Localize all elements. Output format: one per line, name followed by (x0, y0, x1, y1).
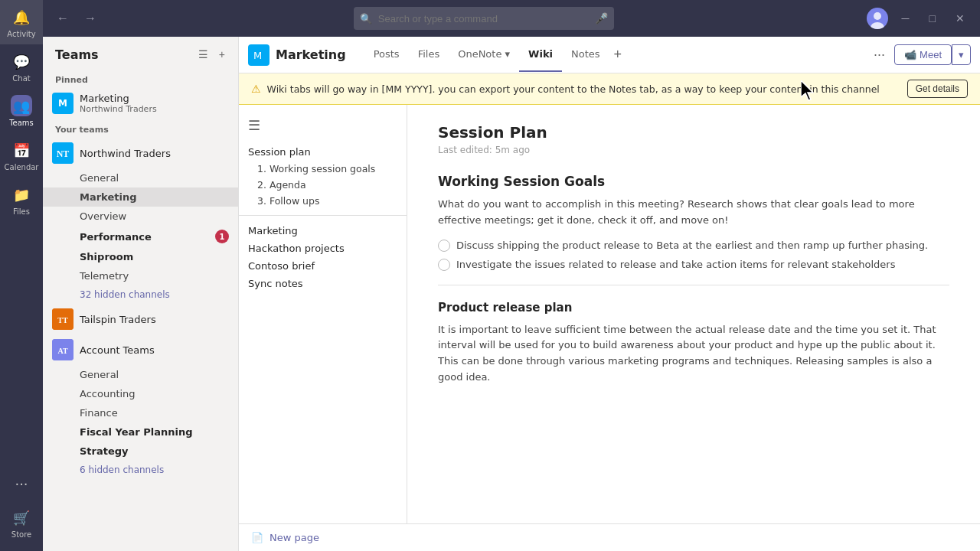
tab-notes[interactable]: Notes (562, 37, 609, 72)
top-bar-right: ─ □ ✕ (867, 8, 971, 29)
meet-button[interactable]: 📹 Meet (894, 44, 952, 65)
toc-section-hackathon[interactable]: Hackathon projects (239, 240, 407, 257)
rail-item-calendar[interactable]: 📅 Calendar (0, 133, 43, 178)
sidebar-header: Teams ☰ + (43, 37, 238, 69)
wiki-checkbox-2: Investigate the issues related to releas… (438, 257, 949, 272)
meet-icon: 📹 (904, 49, 916, 60)
files-icon: 📁 (11, 184, 32, 205)
sidebar-add-team-button[interactable]: + (215, 46, 229, 63)
team-tailspin-name: Tailspin Traders (80, 314, 156, 325)
channel-performance[interactable]: Performance 1 (43, 226, 238, 247)
channel-general[interactable]: General (43, 168, 238, 187)
wiki-product-release-text: It is important to leave sufficient time… (438, 322, 949, 386)
rail-item-teams[interactable]: 👥 Teams (0, 89, 43, 133)
team-northwind[interactable]: NT Northwind Traders ··· (43, 138, 238, 168)
toc-section-contoso[interactable]: Contoso brief (239, 257, 407, 275)
pinned-marketing[interactable]: M Marketing Northwind Traders (43, 88, 238, 119)
toc-item-follow-ups[interactable]: 3. Follow ups (239, 193, 407, 209)
account-hidden-channels[interactable]: 6 hidden channels (43, 461, 238, 479)
tab-posts[interactable]: Posts (364, 37, 409, 72)
team-account-name: Account Teams (80, 344, 155, 356)
checkbox-1[interactable] (438, 240, 450, 252)
more-options-button[interactable]: ··· (869, 44, 890, 66)
pinned-marketing-sub: Northwind Traders (80, 104, 157, 114)
channel-telemetry[interactable]: Telemetry (43, 266, 238, 285)
toc-section-marketing[interactable]: Marketing (239, 222, 407, 240)
mic-icon[interactable]: 🎤 (595, 12, 608, 24)
northwind-hidden-channels[interactable]: 32 hidden channels (43, 285, 238, 304)
rail-item-store[interactable]: 🛒 Store (0, 500, 43, 545)
toc-section-session-plan[interactable]: Session plan (239, 143, 407, 161)
wiki-content: Session Plan Last edited: 5m ago Working… (407, 105, 980, 523)
channel-general2[interactable]: General (43, 365, 238, 384)
rail-label-files: Files (13, 207, 30, 216)
wiki-deprecation-banner: ⚠ Wiki tabs will go way in [MM YYYY]. yo… (239, 73, 980, 105)
tab-bar: Posts Files OneNote ▾ Wiki Notes + (364, 37, 626, 72)
header-actions: ··· 📹 Meet ▾ (869, 44, 971, 66)
team-account-teams-avatar: AT (52, 339, 74, 360)
chat-icon: 💬 (11, 51, 32, 72)
checkbox-2[interactable] (438, 259, 450, 271)
wiki-page-title: Session Plan (438, 123, 949, 142)
pinned-marketing-avatar: M (52, 93, 74, 114)
toc-item-agenda[interactable]: 2. Agenda (239, 177, 407, 193)
toc-item-working-session-goals[interactable]: 1. Working session goals (239, 161, 407, 177)
tab-wiki[interactable]: Wiki (519, 37, 562, 72)
svg-text:NT: NT (57, 148, 70, 159)
channel-accounting[interactable]: Accounting (43, 384, 238, 403)
team-northwind-name: Northwind Traders (80, 148, 171, 159)
channel-finance[interactable]: Finance (43, 403, 238, 422)
channel-shiproom[interactable]: Shiproom (43, 247, 238, 266)
forward-button[interactable]: → (80, 8, 101, 28)
team-account-teams[interactable]: AT Account Teams ··· (43, 334, 238, 365)
rail-item-chat[interactable]: 💬 Chat (0, 44, 43, 89)
pinned-marketing-name: Marketing (80, 93, 157, 104)
northwind-channels: General Marketing Overview Performance 1… (43, 168, 238, 304)
toc-section-sync-notes[interactable]: Sync notes (239, 275, 407, 292)
pinned-label: Pinned (43, 69, 238, 88)
close-button[interactable]: ✕ (949, 9, 971, 28)
content-area: M Marketing Posts Files OneNote ▾ Wiki N… (239, 37, 980, 551)
avatar[interactable] (867, 8, 888, 29)
back-button[interactable]: ← (52, 8, 74, 28)
add-tab-button[interactable]: + (609, 44, 627, 66)
maximize-button[interactable]: □ (923, 9, 942, 28)
checkbox-1-label: Discuss shipping the product release to … (456, 238, 928, 253)
activity-icon: 🔔 (11, 6, 32, 28)
rail-item-files[interactable]: 📁 Files (0, 178, 43, 222)
pinned-marketing-info: Marketing Northwind Traders (80, 93, 157, 114)
svg-text:AT: AT (57, 347, 67, 355)
get-details-button[interactable]: Get details (907, 80, 968, 98)
channel-name: Marketing (276, 47, 346, 62)
meet-dropdown-button[interactable]: ▾ (952, 44, 971, 65)
minimize-button[interactable]: ─ (896, 9, 916, 28)
rail-item-more[interactable]: ··· (0, 467, 43, 500)
wiki-body: ☰ Session plan 1. Working session goals … (239, 105, 980, 523)
search-wrap: 🔍 🎤 (354, 7, 614, 30)
search-input[interactable] (354, 7, 614, 30)
meet-wrap: 📹 Meet ▾ (894, 44, 971, 65)
sidebar-filter-button[interactable]: ☰ (194, 46, 212, 63)
sidebar-title: Teams (55, 47, 99, 62)
channel-overview[interactable]: Overview (43, 207, 238, 226)
toc-menu-button[interactable]: ☰ (239, 114, 270, 137)
channel-marketing[interactable]: Marketing (43, 187, 238, 207)
tab-onenote[interactable]: OneNote ▾ (449, 37, 519, 72)
rail-label-activity: Activity (7, 30, 35, 38)
tab-files[interactable]: Files (409, 37, 449, 72)
channel-fiscal[interactable]: Fiscal Year Planning (43, 422, 238, 442)
more-apps-icon: ··· (11, 473, 32, 494)
rail-label-chat: Chat (12, 74, 30, 83)
performance-badge: 1 (215, 230, 229, 243)
team-tailspin[interactable]: TT Tailspin Traders ··· (43, 304, 238, 334)
rail-item-activity[interactable]: 🔔 Activity (0, 0, 43, 44)
banner-text: Wiki tabs will go way in [MM YYYY]. you … (267, 83, 901, 95)
channel-strategy[interactable]: Strategy (43, 442, 238, 461)
rail-label-store: Store (11, 530, 31, 539)
warning-icon: ⚠ (251, 83, 261, 95)
wiki-toc: ☰ Session plan 1. Working session goals … (239, 105, 407, 523)
store-icon: 🛒 (11, 507, 32, 528)
your-teams-label: Your teams (43, 119, 238, 138)
channel-header: M Marketing Posts Files OneNote ▾ Wiki N… (239, 37, 980, 73)
new-page-footer[interactable]: 📄 New page (239, 523, 980, 551)
